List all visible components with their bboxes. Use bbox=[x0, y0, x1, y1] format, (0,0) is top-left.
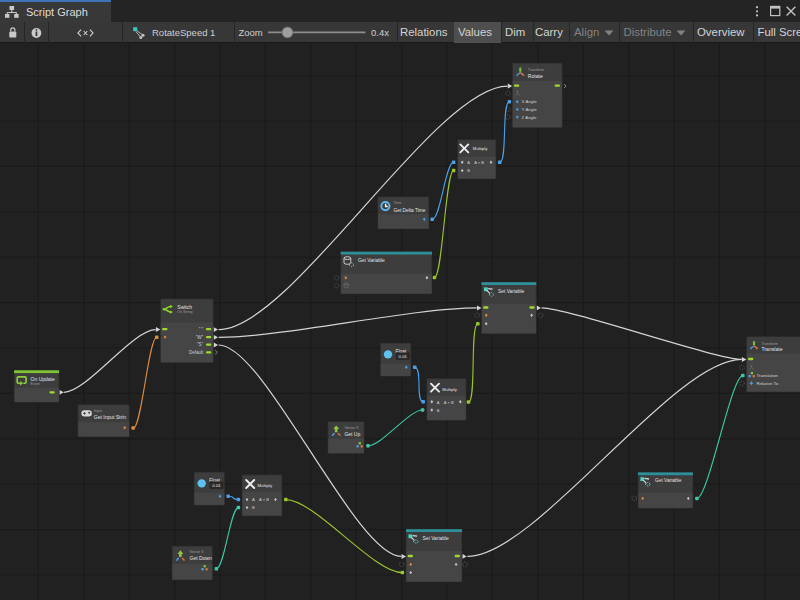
svg-text:Y Angle: Y Angle bbox=[522, 107, 538, 112]
svg-text:Translate: Translate bbox=[762, 346, 783, 352]
svg-text:Default: Default bbox=[189, 350, 204, 355]
svg-text:Input: Input bbox=[94, 409, 102, 413]
svg-text:On Update: On Update bbox=[31, 376, 55, 382]
svg-text:Get Variable: Get Variable bbox=[655, 478, 682, 483]
svg-text:Multiply: Multiply bbox=[258, 483, 273, 488]
svg-text:" ": " " bbox=[199, 327, 204, 332]
svg-text:On String: On String bbox=[177, 310, 192, 314]
svg-text:Get Up: Get Up bbox=[344, 431, 360, 437]
svg-text:Switch: Switch bbox=[177, 304, 192, 310]
svg-text:Event: Event bbox=[31, 382, 40, 386]
svg-text:X Angle: X Angle bbox=[522, 99, 538, 104]
svg-text:Time: Time bbox=[394, 201, 402, 205]
svg-text:Multiply: Multiply bbox=[473, 146, 488, 151]
svg-text:Transform: Transform bbox=[762, 342, 778, 346]
svg-text:Set Variable: Set Variable bbox=[423, 536, 450, 541]
svg-text:Get Variable: Get Variable bbox=[358, 258, 385, 263]
svg-text:Set Variable: Set Variable bbox=[498, 289, 525, 294]
svg-text:B: B bbox=[467, 168, 470, 173]
svg-text:Get Down: Get Down bbox=[190, 555, 212, 561]
svg-text:Transform: Transform bbox=[528, 68, 544, 72]
svg-text:A × B: A × B bbox=[474, 160, 484, 165]
svg-text:Get Delta Time: Get Delta Time bbox=[394, 208, 426, 213]
svg-text:Rotate: Rotate bbox=[528, 73, 543, 79]
svg-text:Get Input Strin: Get Input Strin bbox=[94, 414, 126, 420]
svg-text:Multiply: Multiply bbox=[442, 387, 457, 392]
svg-text:"S": "S" bbox=[197, 342, 204, 347]
svg-text:Relative To: Relative To bbox=[757, 381, 779, 386]
svg-text:B: B bbox=[252, 505, 255, 510]
svg-text:A: A bbox=[467, 160, 470, 165]
svg-text:A: A bbox=[252, 497, 255, 502]
svg-text:Translation: Translation bbox=[757, 373, 779, 378]
svg-text:A × B: A × B bbox=[259, 497, 269, 502]
svg-text:Vector 3: Vector 3 bbox=[190, 550, 204, 554]
svg-text:0.01: 0.01 bbox=[212, 483, 221, 488]
svg-text:A: A bbox=[437, 400, 440, 405]
svg-text:"W": "W" bbox=[196, 335, 204, 340]
svg-text:Vector 3: Vector 3 bbox=[344, 426, 358, 430]
svg-text:0.01: 0.01 bbox=[399, 354, 408, 359]
svg-text:Z Angle: Z Angle bbox=[522, 115, 537, 120]
svg-text:B: B bbox=[437, 408, 440, 413]
svg-text:A × B: A × B bbox=[444, 400, 454, 405]
